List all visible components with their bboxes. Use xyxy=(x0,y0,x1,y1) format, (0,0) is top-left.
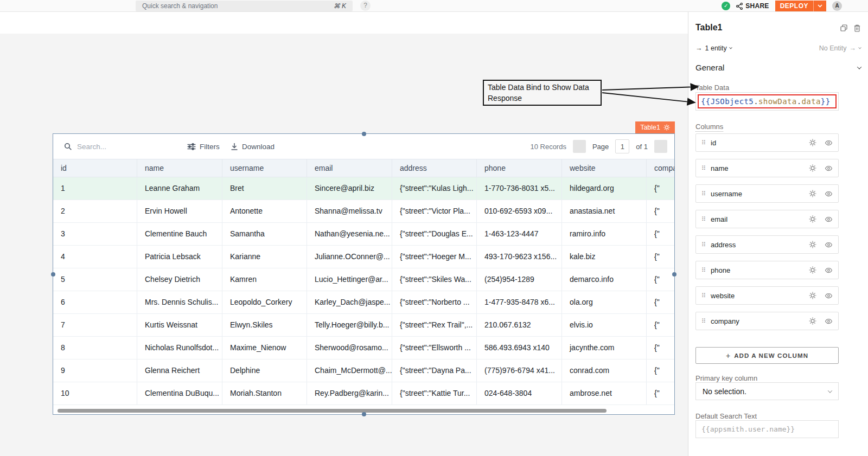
horizontal-scrollbar[interactable] xyxy=(58,409,607,413)
table-cell: (254)954-1289 xyxy=(477,268,562,291)
column-header-website[interactable]: website xyxy=(562,159,647,177)
table-cell: Nathan@yesenia.ne... xyxy=(307,223,392,245)
help-icon[interactable]: ? xyxy=(360,1,371,11)
copy-widget-icon[interactable] xyxy=(840,24,847,32)
resize-handle-right[interactable] xyxy=(672,272,676,277)
next-page-button[interactable] xyxy=(654,140,667,153)
table-cell: {" xyxy=(647,359,674,382)
column-header-email[interactable]: email xyxy=(307,159,392,177)
table-data-binding-input[interactable]: {{JSObject5.showData.data}} xyxy=(695,92,839,111)
share-button[interactable]: SHARE xyxy=(736,2,769,10)
page-number-input[interactable] xyxy=(615,139,629,153)
table-row[interactable]: 6Mrs. Dennis Schulis...Leopoldo_CorkeryK… xyxy=(53,291,674,314)
table-cell: 1-770-736-8031 x5... xyxy=(477,177,562,200)
deploy-button[interactable]: DEPLOY xyxy=(775,1,826,11)
column-header-id[interactable]: id xyxy=(53,159,137,177)
eye-icon[interactable] xyxy=(825,164,833,172)
column-header-phone[interactable]: phone xyxy=(477,159,562,177)
gear-icon[interactable] xyxy=(809,139,816,146)
eye-icon[interactable] xyxy=(825,266,833,274)
table-cell: Telly.Hoeger@billy.b... xyxy=(307,314,392,336)
table-row[interactable]: 7Kurtis WeissnatElwyn.SkilesTelly.Hoeger… xyxy=(53,314,674,337)
widget-settings-gear-icon[interactable] xyxy=(663,124,670,131)
table-cell: Rey.Padberg@karin... xyxy=(307,382,392,404)
column-header-username[interactable]: username xyxy=(222,159,307,177)
table-row[interactable]: 5Chelsey DietrichKamrenLucio_Hettinger@a… xyxy=(53,268,674,291)
drag-handle-icon[interactable]: ⠿ xyxy=(701,165,706,172)
drag-handle-icon[interactable]: ⠿ xyxy=(701,292,706,299)
binding-highlight-box: {{JSObject5.showData.data}} xyxy=(698,94,837,108)
column-card-name[interactable]: ⠿name xyxy=(695,159,839,177)
column-card-website[interactable]: ⠿website xyxy=(695,286,839,305)
table-row[interactable]: 10Clementina DuBuqu...Moriah.StantonRey.… xyxy=(53,382,674,405)
table-row[interactable]: 8Nicholas Runolfsdot...Maxime_NienowSher… xyxy=(53,337,674,359)
table-row[interactable]: 1Leanne GrahamBretSincere@april.biz{"str… xyxy=(53,177,674,200)
eye-icon[interactable] xyxy=(825,190,833,198)
eye-icon[interactable] xyxy=(825,215,833,223)
eye-icon[interactable] xyxy=(825,292,833,300)
table-row[interactable]: 9Glenna ReichertDelphineChaim_McDermott@… xyxy=(53,359,674,382)
column-header-name[interactable]: name xyxy=(137,159,222,177)
drag-handle-icon[interactable]: ⠿ xyxy=(701,318,706,325)
column-header-address[interactable]: address xyxy=(392,159,477,177)
filters-button[interactable]: Filters xyxy=(187,134,220,159)
table-cell: Lucio_Hettinger@ar... xyxy=(307,268,392,291)
table-cell: 5 xyxy=(53,268,137,291)
column-card-address[interactable]: ⠿address xyxy=(695,235,839,254)
table-search-input[interactable] xyxy=(77,143,158,151)
table-row[interactable]: 2Ervin HowellAntonetteShanna@melissa.tv{… xyxy=(53,200,674,223)
delete-widget-icon[interactable] xyxy=(854,24,860,32)
column-card-phone[interactable]: ⠿phone xyxy=(695,261,839,279)
gear-icon[interactable] xyxy=(809,241,816,248)
drag-handle-icon[interactable]: ⠿ xyxy=(701,216,706,223)
column-card-username[interactable]: ⠿username xyxy=(695,184,839,203)
gear-icon[interactable] xyxy=(809,292,816,299)
eye-icon[interactable] xyxy=(825,139,833,147)
add-column-label: ADD A NEW COLUMN xyxy=(734,352,808,359)
table-cell: Maxime_Nienow xyxy=(222,337,307,359)
column-card-company[interactable]: ⠿company xyxy=(695,312,839,330)
chevron-down-icon xyxy=(858,46,861,49)
outgoing-entities-dropdown[interactable]: No Entity → xyxy=(819,44,861,52)
drag-handle-icon[interactable]: ⠿ xyxy=(701,139,706,146)
table-cell: Shanna@melissa.tv xyxy=(307,200,392,222)
drag-handle-icon[interactable]: ⠿ xyxy=(701,241,706,248)
eye-icon[interactable] xyxy=(825,317,833,325)
general-section-header[interactable]: General xyxy=(695,63,861,72)
gear-icon[interactable] xyxy=(809,266,816,274)
gear-icon[interactable] xyxy=(809,190,816,197)
table-cell: {" xyxy=(647,200,674,222)
eye-icon[interactable] xyxy=(825,241,833,249)
table-toolbar: Filters Download 10 Records Page of 1 xyxy=(53,134,674,159)
drag-handle-icon[interactable]: ⠿ xyxy=(701,190,706,197)
gear-icon[interactable] xyxy=(809,215,816,223)
incoming-entities-dropdown[interactable]: → 1 entity xyxy=(695,44,732,52)
table-widget[interactable]: Filters Download 10 Records Page of 1 id… xyxy=(53,133,675,415)
columns-label: Columns xyxy=(695,123,723,132)
table-header-row: idnameusernameemailaddressphonewebsiteco… xyxy=(53,159,674,177)
gear-icon[interactable] xyxy=(809,317,816,325)
table-row[interactable]: 3Clementine BauchSamanthaNathan@yesenia.… xyxy=(53,223,674,246)
download-button[interactable]: Download xyxy=(231,134,275,159)
gear-icon[interactable] xyxy=(809,164,816,172)
widget-name-tag[interactable]: Table1 xyxy=(635,121,675,133)
resize-handle-top[interactable] xyxy=(362,132,366,136)
add-new-column-button[interactable]: + ADD A NEW COLUMN xyxy=(695,347,839,364)
table-data-label: Table Data xyxy=(695,84,729,93)
table-search[interactable] xyxy=(64,134,158,159)
resize-handle-bottom[interactable] xyxy=(362,412,366,416)
avatar[interactable]: A xyxy=(832,1,842,11)
column-card-email[interactable]: ⠿email xyxy=(695,210,839,228)
table-row[interactable]: 4Patricia LebsackKarianneJulianne.OConne… xyxy=(53,246,674,268)
table-cell: ambrose.net xyxy=(562,382,647,404)
column-header-company[interactable]: company xyxy=(647,159,674,177)
default-search-input[interactable] xyxy=(695,420,839,438)
primary-key-select[interactable]: No selection. xyxy=(695,382,839,400)
resize-handle-left[interactable] xyxy=(51,272,55,277)
prev-page-button[interactable] xyxy=(573,140,586,153)
quick-search-input[interactable]: Quick search & navigation ⌘ K xyxy=(136,1,353,11)
column-card-id[interactable]: ⠿id xyxy=(695,133,839,152)
deploy-menu-chevron[interactable] xyxy=(814,4,826,8)
table-cell: {" xyxy=(647,223,674,245)
drag-handle-icon[interactable]: ⠿ xyxy=(701,267,706,274)
